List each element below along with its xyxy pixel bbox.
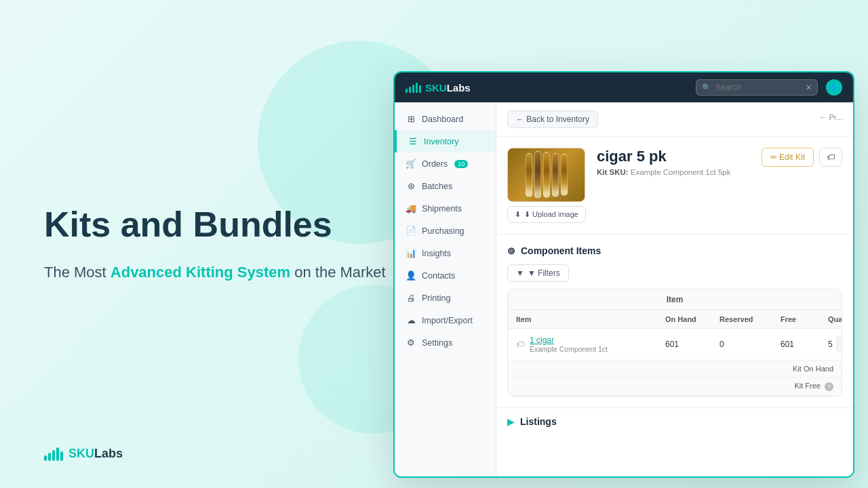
back-bar: ← Back to Inventory ← Pr... bbox=[496, 102, 853, 137]
sidebar-item-purchasing[interactable]: 📄 Purchasing bbox=[395, 220, 496, 242]
sidebar-item-contacts[interactable]: 👤 Contacts bbox=[395, 264, 496, 287]
col-reserved: Reserved bbox=[711, 310, 772, 328]
sidebar-item-insights[interactable]: 📊 Insights bbox=[395, 242, 496, 264]
back-to-inventory-button[interactable]: ← Back to Inventory bbox=[507, 110, 598, 128]
qty-per-kit-cell: 5 ✏ ✕ bbox=[820, 329, 842, 359]
search-icon: 🔍 bbox=[702, 83, 711, 92]
filter-icon: ▼ bbox=[516, 268, 524, 278]
app-body: ⊞ Dashboard ☰ Inventory 🛒 Orders 10 ⊛ Ba… bbox=[395, 102, 853, 476]
product-image bbox=[507, 148, 585, 202]
inventory-icon: ☰ bbox=[408, 136, 418, 146]
marketing-title: Kits and Bundles bbox=[44, 205, 397, 245]
cigar-stick-2 bbox=[534, 151, 541, 199]
product-sku: Kit SKU: Example Component 1ct 5pk bbox=[597, 168, 751, 176]
product-header: ⬇ ⬇ Upload image cigar 5 pk Kit SKU: Exa… bbox=[496, 137, 853, 235]
reserved-value: 0 bbox=[711, 333, 772, 356]
listings-header[interactable]: ▶ Listings bbox=[507, 416, 842, 427]
listings-section: ▶ Listings bbox=[496, 407, 853, 435]
dashboard-icon: ⊞ bbox=[406, 114, 416, 124]
sidebar: ⊞ Dashboard ☰ Inventory 🛒 Orders 10 ⊛ Ba… bbox=[395, 102, 496, 476]
app-logo-bars-icon bbox=[406, 82, 421, 93]
search-clear-icon[interactable]: ✕ bbox=[806, 83, 812, 92]
marketing-section: Kits and Bundles The Most Advanced Kitti… bbox=[44, 0, 397, 488]
component-items-title: ⊚ Component Items bbox=[507, 245, 842, 256]
free-value: 601 bbox=[772, 333, 820, 356]
batches-icon: ⊛ bbox=[406, 181, 416, 191]
product-actions: ✏ Edit Kit 🏷 bbox=[762, 148, 842, 167]
main-content: ← Back to Inventory ← Pr... bbox=[496, 102, 853, 476]
sidebar-label-orders: Orders bbox=[422, 159, 448, 169]
tag-button[interactable]: 🏷 bbox=[819, 148, 842, 167]
search-input[interactable] bbox=[715, 83, 802, 92]
qty-edit-button[interactable]: ✏ bbox=[837, 336, 842, 352]
listings-title: Listings bbox=[520, 416, 557, 427]
sidebar-label-shipments: Shipments bbox=[422, 204, 462, 214]
kit-free-label: Kit Free ? bbox=[752, 382, 833, 391]
table-header-item: Item bbox=[508, 289, 842, 310]
cigar-stick-3 bbox=[543, 152, 550, 198]
product-image-area: ⬇ ⬇ Upload image bbox=[507, 148, 586, 223]
item-names: 1 cigar Example Component 1ct bbox=[530, 336, 608, 353]
edit-kit-button[interactable]: ✏ Edit Kit bbox=[762, 148, 814, 167]
product-info: cigar 5 pk Kit SKU: Example Component 1c… bbox=[597, 148, 751, 176]
sidebar-label-inventory: Inventory bbox=[424, 137, 458, 146]
subtitle-end: on the Market bbox=[290, 264, 386, 281]
sidebar-label-import-export: Import/Export bbox=[422, 316, 473, 325]
kit-free-row: Kit Free ? bbox=[508, 378, 842, 396]
contacts-icon: 👤 bbox=[406, 270, 416, 281]
cigar-stick-1 bbox=[526, 153, 532, 197]
bottom-logo: SKULabs bbox=[44, 447, 123, 461]
chevron-right-icon: ▶ bbox=[507, 416, 515, 427]
purchasing-icon: 📄 bbox=[406, 226, 416, 236]
sidebar-item-orders[interactable]: 🛒 Orders 10 bbox=[395, 152, 496, 175]
col-item: Item bbox=[508, 310, 657, 328]
kit-on-hand-label: Kit On Hand bbox=[752, 365, 833, 373]
cigar-stick-4 bbox=[552, 153, 559, 197]
logo-sku-text: SKULabs bbox=[68, 447, 123, 461]
shipments-icon: 🚚 bbox=[406, 203, 416, 214]
kit-on-hand-row: Kit On Hand bbox=[508, 361, 842, 378]
sidebar-item-dashboard[interactable]: ⊞ Dashboard bbox=[395, 108, 496, 130]
orders-icon: 🛒 bbox=[406, 159, 416, 169]
item-name-link[interactable]: 1 cigar bbox=[530, 336, 608, 345]
col-qty-per-kit: Quantity per kit bbox=[820, 310, 842, 328]
subtitle-highlight: Advanced Kitting System bbox=[111, 264, 290, 281]
globe-icon[interactable]: 🌐 bbox=[826, 79, 842, 96]
sidebar-label-settings: Settings bbox=[422, 338, 452, 348]
filters-button[interactable]: ▼ ▼ Filters bbox=[507, 264, 569, 282]
prev-button[interactable]: ← Pr... bbox=[819, 110, 842, 121]
search-bar[interactable]: 🔍 ✕ bbox=[696, 79, 818, 96]
sidebar-item-inventory[interactable]: ☰ Inventory bbox=[395, 130, 496, 152]
component-items-icon: ⊚ bbox=[507, 245, 515, 256]
app-logo: SKULabs bbox=[406, 82, 471, 94]
sidebar-item-import-export[interactable]: ☁ Import/Export bbox=[395, 309, 496, 331]
product-title: cigar 5 pk bbox=[597, 148, 751, 165]
item-component-label: Example Component 1ct bbox=[530, 345, 608, 353]
sidebar-label-batches: Batches bbox=[422, 182, 452, 191]
on-hand-value: 601 bbox=[657, 333, 711, 356]
sidebar-label-dashboard: Dashboard bbox=[422, 115, 463, 124]
item-tag-icon: 🏷 bbox=[516, 340, 524, 349]
app-logo-text: SKULabs bbox=[425, 82, 471, 94]
printing-icon: 🖨 bbox=[406, 293, 416, 303]
subtitle-plain: The Most bbox=[44, 264, 111, 281]
sidebar-item-batches[interactable]: ⊛ Batches bbox=[395, 175, 496, 197]
table-column-headers: Item On Hand Reserved Free Quantity per … bbox=[508, 310, 842, 329]
table-row: 🏷 1 cigar Example Component 1ct 601 0 60… bbox=[508, 329, 842, 361]
qty-value: 5 bbox=[828, 340, 833, 349]
sidebar-item-printing[interactable]: 🖨 Printing bbox=[395, 287, 496, 309]
sidebar-item-shipments[interactable]: 🚚 Shipments bbox=[395, 197, 496, 220]
marketing-subtitle: The Most Advanced Kitting System on the … bbox=[44, 261, 397, 283]
kit-free-help-icon[interactable]: ? bbox=[825, 382, 833, 391]
sidebar-label-insights: Insights bbox=[422, 249, 451, 258]
sidebar-label-printing: Printing bbox=[422, 293, 450, 303]
sidebar-label-purchasing: Purchasing bbox=[422, 226, 465, 236]
cigar-visual bbox=[526, 151, 568, 199]
cigar-stick-5 bbox=[561, 154, 568, 196]
sidebar-item-settings[interactable]: ⚙ Settings bbox=[395, 331, 496, 354]
settings-icon: ⚙ bbox=[406, 338, 416, 348]
app-topbar: SKULabs 🔍 ✕ 🌐 bbox=[395, 73, 853, 102]
sidebar-label-contacts: Contacts bbox=[422, 271, 455, 281]
upload-image-button[interactable]: ⬇ ⬇ Upload image bbox=[507, 206, 586, 223]
col-free: Free bbox=[772, 310, 820, 328]
